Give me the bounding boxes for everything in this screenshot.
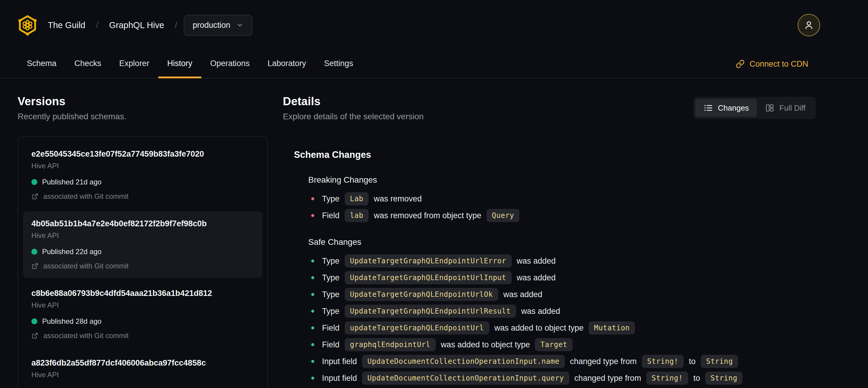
schema-change-item: TypeLabwas removed xyxy=(308,192,816,206)
schema-change-item: TypeUpdateTargetGraphQLEndpointUrlOkwas … xyxy=(308,288,816,301)
change-text: Type xyxy=(322,257,340,266)
code-chip: Target xyxy=(535,338,572,351)
details-header: Details Explore details of the selected … xyxy=(283,78,816,121)
change-bullet-icon xyxy=(311,310,314,313)
published-status-dot xyxy=(31,179,37,185)
version-hash: c8b6e88a06793b9c4dfd54aaa21b36a1b421d812 xyxy=(31,289,254,298)
published-time-label: Published 40d ago xyxy=(42,387,101,388)
code-chip: lab xyxy=(345,209,369,222)
version-service-name: Hive API xyxy=(31,301,254,309)
full-diff-view-label: Full Diff xyxy=(779,103,806,113)
schema-change-item: FieldupdateTargetGraphQLEndpointUrlwas a… xyxy=(308,321,816,335)
tab-operations[interactable]: Operations xyxy=(201,50,259,78)
change-description: FieldupdateTargetGraphQLEndpointUrlwas a… xyxy=(322,321,635,334)
change-text: was removed xyxy=(374,194,422,204)
published-status-dot xyxy=(31,318,37,324)
changes-view-button[interactable]: Changes xyxy=(695,99,757,117)
change-bullet-icon xyxy=(311,360,314,363)
target-selector-value: production xyxy=(193,21,230,30)
change-text: Input field xyxy=(322,374,357,383)
details-panel: Details Explore details of the selected … xyxy=(283,78,816,388)
safe-changes-list: TypeUpdateTargetGraphQLEndpointUrlErrorw… xyxy=(308,254,816,385)
change-description: TypeUpdateTargetGraphQLEndpointUrlErrorw… xyxy=(322,255,556,268)
version-hash: a823f6db2a55df877dcf406006abca97fcc4858c xyxy=(31,358,254,368)
change-text: Type xyxy=(322,290,340,299)
code-chip: Query xyxy=(487,209,520,222)
change-bullet-icon xyxy=(311,326,314,329)
versions-title: Versions xyxy=(18,95,268,108)
version-published-row: Published 40d ago xyxy=(31,387,254,388)
version-published-row: Published 22d ago xyxy=(31,247,254,256)
version-list-item[interactable]: e2e55045345ce13fe07f52a77459b83fa3fe7020… xyxy=(23,142,262,208)
code-chip: Lab xyxy=(345,192,369,205)
change-bullet-icon xyxy=(311,197,314,200)
connect-to-cdn-button[interactable]: Connect to CDN xyxy=(736,50,808,78)
link-icon xyxy=(736,59,745,68)
code-chip: UpdateDocumentCollectionOperationInput.n… xyxy=(362,355,565,368)
version-list-item[interactable]: c8b6e88a06793b9c4dfd54aaa21b36a1b421d812… xyxy=(23,281,262,348)
target-selector[interactable]: production xyxy=(184,14,252,36)
change-text: was added xyxy=(517,257,556,266)
tab-laboratory[interactable]: Laboratory xyxy=(259,50,315,78)
safe-changes-title: Safe Changes xyxy=(308,237,816,247)
change-bullet-icon xyxy=(311,276,314,279)
code-chip: updateTargetGraphQLEndpointUrl xyxy=(345,321,489,334)
schema-change-item: Input fieldUpdateDocumentCollectionOpera… xyxy=(308,371,816,385)
view-toggle-group: Changes Full Diff xyxy=(693,97,816,119)
schema-change-item: Input fieldUpdateDocumentCollectionOpera… xyxy=(308,355,816,368)
code-chip: UpdateDocumentCollectionOperationInput.q… xyxy=(362,371,569,385)
breaking-changes-title: Breaking Changes xyxy=(308,175,816,185)
full-diff-view-button[interactable]: Full Diff xyxy=(757,99,814,117)
hive-logo-icon[interactable] xyxy=(17,14,38,36)
external-link-icon xyxy=(31,193,38,200)
version-hash: e2e55045345ce13fe07f52a77459b83fa3fe7020 xyxy=(31,149,254,159)
breadcrumb-project[interactable]: GraphQL Hive xyxy=(109,20,164,30)
code-chip: String! xyxy=(642,355,684,368)
breadcrumb-org[interactable]: The Guild xyxy=(48,20,86,30)
change-text: was added xyxy=(521,307,560,316)
tab-explorer[interactable]: Explorer xyxy=(110,50,158,78)
user-menu-button[interactable] xyxy=(798,14,820,36)
change-text: was added xyxy=(517,273,556,282)
version-list-item[interactable]: 4b05ab51b1b4a7e2e4b0ef82172f2b9f7ef98c0b… xyxy=(23,211,262,278)
details-header-text: Details Explore details of the selected … xyxy=(283,78,424,121)
git-commit-link[interactable]: associated with Git commit xyxy=(31,262,254,270)
details-subtitle: Explore details of the selected version xyxy=(283,112,424,121)
tab-history[interactable]: History xyxy=(158,50,201,78)
version-published-row: Published 21d ago xyxy=(31,178,254,186)
change-text: changed type from xyxy=(575,374,641,383)
git-commit-label: associated with Git commit xyxy=(43,331,128,340)
change-text: to xyxy=(693,374,700,383)
git-commit-link[interactable]: associated with Git commit xyxy=(31,331,254,340)
published-time-label: Published 21d ago xyxy=(42,178,101,186)
code-chip: String! xyxy=(646,371,688,385)
schema-change-item: Fieldlabwas removed from object typeQuer… xyxy=(308,209,816,222)
change-bullet-icon xyxy=(311,343,314,346)
tab-settings[interactable]: Settings xyxy=(315,50,362,78)
code-chip: UpdateTargetGraphQLEndpointUrlError xyxy=(345,255,512,268)
change-bullet-icon xyxy=(311,260,314,263)
external-link-icon xyxy=(31,332,38,339)
change-text: to xyxy=(689,357,696,366)
code-chip: UpdateTargetGraphQLEndpointUrlResult xyxy=(345,305,516,318)
tab-checks[interactable]: Checks xyxy=(65,50,110,78)
change-description: TypeUpdateTargetGraphQLEndpointUrlResult… xyxy=(322,305,560,318)
change-text: Type xyxy=(322,273,340,282)
details-title: Details xyxy=(283,95,424,108)
version-service-name: Hive API xyxy=(31,231,254,240)
code-chip: graphqlEndpointUrl xyxy=(345,338,436,351)
split-columns-icon xyxy=(765,103,775,113)
version-list-item[interactable]: a823f6db2a55df877dcf406006abca97fcc4858c… xyxy=(23,351,262,388)
version-published-row: Published 28d ago xyxy=(31,317,254,326)
nav-tabs: SchemaChecksExplorerHistoryOperationsLab… xyxy=(18,50,362,78)
code-chip: String xyxy=(705,371,743,385)
chevron-down-icon xyxy=(236,22,243,29)
tab-schema[interactable]: Schema xyxy=(18,50,65,78)
change-description: TypeUpdateTargetGraphQLEndpointUrlInputw… xyxy=(322,271,556,284)
breaking-changes-list: TypeLabwas removed Fieldlabwas removed f… xyxy=(308,192,816,222)
change-description: TypeUpdateTargetGraphQLEndpointUrlOkwas … xyxy=(322,288,542,301)
published-status-dot xyxy=(31,249,37,255)
target-nav: SchemaChecksExplorerHistoryOperationsLab… xyxy=(0,50,868,78)
git-commit-link[interactable]: associated with Git commit xyxy=(31,192,254,201)
version-service-name: Hive API xyxy=(31,371,254,379)
